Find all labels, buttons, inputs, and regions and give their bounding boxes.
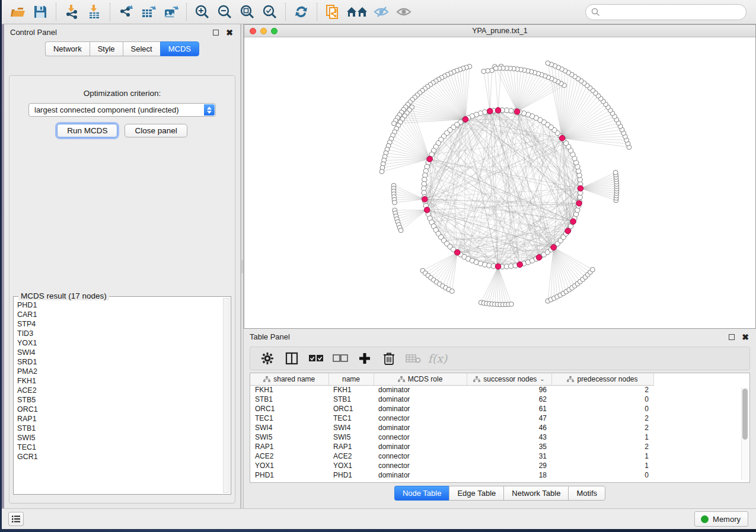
hide-selected-button[interactable] (370, 2, 393, 22)
mcds-result-item[interactable]: STB1 (16, 424, 222, 433)
export-table-button[interactable] (137, 2, 160, 22)
memory-button[interactable]: Memory (694, 511, 748, 527)
tab-edge-table[interactable]: Edge Table (449, 486, 503, 501)
network-leaf-node[interactable] (590, 267, 595, 272)
table-row[interactable]: RAP1RAP1dominator352 (250, 442, 653, 451)
network-leaf-node[interactable] (509, 302, 513, 306)
table-cell[interactable]: 1 (551, 432, 653, 442)
table-cell[interactable]: dominator (374, 404, 467, 414)
column-header-predecessor-nodes[interactable]: predecessor nodes (551, 373, 653, 385)
table-cell[interactable]: dominator (374, 442, 467, 451)
sort-chevron-icon[interactable]: ⌄ (540, 376, 544, 382)
table-cell[interactable]: 2 (551, 414, 653, 423)
mcds-result-item[interactable]: FKH1 (16, 376, 222, 386)
table-cell[interactable]: YOX1 (250, 461, 328, 470)
table-row[interactable]: SWI5SWI5connector431 (250, 432, 653, 442)
function-builder-button[interactable]: f(x) (428, 349, 448, 368)
table-cell[interactable]: 43 (467, 432, 551, 442)
import-table-button[interactable] (83, 2, 106, 22)
network-leaf-node[interactable] (493, 66, 498, 70)
table-cell[interactable]: 0 (551, 404, 653, 414)
export-image-button[interactable] (160, 2, 182, 22)
mcds-result-item[interactable]: CAR1 (16, 310, 222, 319)
network-leaf-node[interactable] (392, 121, 397, 126)
open-session-button[interactable] (7, 2, 29, 22)
table-cell[interactable]: dominator (374, 385, 467, 395)
mcds-hub-node[interactable] (427, 156, 433, 162)
table-scrollbar[interactable] (741, 387, 748, 480)
table-cell[interactable]: dominator (374, 423, 467, 432)
close-panel-icon[interactable]: ✖ (225, 28, 234, 37)
mcds-hub-node[interactable] (454, 249, 460, 255)
table-scrollbar-thumb[interactable] (742, 389, 748, 440)
zoom-fit-button[interactable] (236, 2, 259, 22)
mcds-result-item[interactable]: YOX1 (16, 338, 222, 348)
table-cell[interactable]: SWI4 (250, 423, 328, 432)
tab-network-table[interactable]: Network Table (503, 486, 568, 501)
close-panel-button[interactable]: Close panel (125, 124, 187, 137)
table-cell[interactable]: RAP1 (250, 442, 328, 451)
table-cell[interactable]: dominator (374, 395, 467, 404)
refresh-layout-button[interactable] (290, 2, 312, 22)
mcds-hub-node[interactable] (462, 117, 468, 123)
mcds-result-item[interactable]: ORC1 (16, 405, 222, 414)
search-box[interactable] (585, 4, 747, 20)
table-cell[interactable]: RAP1 (328, 442, 374, 451)
mcds-hub-node[interactable] (517, 262, 523, 268)
mcds-hub-node[interactable] (565, 228, 571, 234)
table-settings-button[interactable] (257, 349, 277, 368)
table-cell[interactable]: 0 (551, 395, 653, 404)
table-cell[interactable]: ORC1 (328, 404, 374, 414)
mcds-result-item[interactable]: RAP1 (16, 414, 222, 424)
tab-select[interactable]: Select (123, 41, 160, 56)
tab-mcds[interactable]: MCDS (160, 41, 199, 56)
table-cell[interactable]: 47 (467, 414, 551, 423)
select-all-columns-button[interactable] (306, 349, 326, 368)
search-input[interactable] (604, 5, 746, 20)
export-network-button[interactable] (114, 2, 137, 22)
table-cell[interactable]: YOX1 (328, 461, 374, 470)
network-leaf-node[interactable] (481, 69, 486, 74)
float-panel-icon[interactable] (211, 28, 221, 37)
table-cell[interactable]: 96 (467, 385, 551, 395)
mcds-hub-node[interactable] (487, 108, 493, 114)
mcds-result-item[interactable]: ACE2 (16, 386, 222, 395)
tab-network[interactable]: Network (45, 41, 90, 56)
column-header-shared-name[interactable]: shared name (250, 373, 328, 385)
table-cell[interactable]: dominator (374, 470, 467, 480)
zoom-selected-button[interactable] (259, 2, 281, 22)
zoom-out-button[interactable] (213, 2, 236, 22)
close-table-panel-icon[interactable]: ✖ (741, 332, 750, 342)
save-session-button[interactable] (29, 2, 52, 22)
table-cell[interactable]: connector (374, 461, 467, 470)
mcds-hub-node[interactable] (514, 109, 520, 115)
table-cell[interactable]: 31 (467, 451, 551, 461)
mcds-hub-node[interactable] (570, 219, 576, 225)
duplicate-network-button[interactable] (321, 2, 344, 22)
table-cell[interactable]: 46 (467, 423, 551, 432)
table-row[interactable]: SWI4SWI4dominator462 (250, 423, 653, 432)
network-graph[interactable] (244, 37, 755, 328)
table-cell[interactable]: PHD1 (250, 470, 328, 480)
mcds-result-item[interactable]: SRD1 (16, 357, 222, 367)
mcds-result-item[interactable]: PMA2 (16, 367, 222, 376)
mcds-hub-node[interactable] (536, 255, 542, 261)
table-row[interactable]: STB1STB1dominator620 (250, 395, 653, 404)
column-header-MCDS-role[interactable]: MCDS role (374, 373, 467, 385)
optimization-select[interactable]: largest connected component (undirected) (28, 103, 216, 117)
table-cell[interactable]: TEC1 (328, 414, 374, 423)
result-list-scrollbar[interactable] (223, 298, 229, 493)
node-table[interactable]: shared namenameMCDS rolesuccessor nodes⌄… (250, 373, 654, 480)
network-canvas[interactable] (244, 37, 755, 328)
table-cell[interactable]: 2 (551, 385, 653, 395)
delete-table-button[interactable] (403, 349, 423, 368)
import-network-button[interactable] (60, 2, 83, 22)
table-cell[interactable]: TEC1 (250, 414, 328, 423)
table-cell[interactable]: 61 (467, 404, 551, 414)
mcds-hub-node[interactable] (578, 185, 583, 191)
float-table-panel-icon[interactable] (727, 332, 736, 342)
table-cell[interactable]: STB1 (250, 395, 328, 404)
tab-node-table[interactable]: Node Table (394, 486, 449, 501)
table-cell[interactable]: 62 (467, 395, 551, 404)
table-cell[interactable]: 2 (551, 442, 653, 451)
